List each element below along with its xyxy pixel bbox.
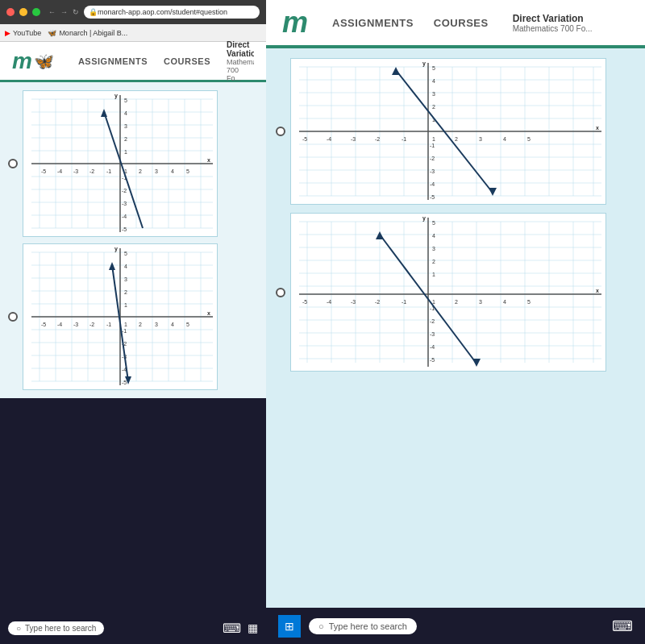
radio-option-2-right[interactable] [276, 288, 285, 297]
svg-text:-4: -4 [57, 322, 62, 327]
logo-right: m [282, 6, 308, 39]
radio-option-1-right[interactable] [276, 127, 285, 136]
svg-text:2: 2 [455, 136, 458, 142]
svg-text:-1: -1 [402, 299, 406, 305]
svg-text:4: 4 [503, 136, 506, 142]
search-icon-right: ○ [318, 621, 324, 631]
breadcrumb-title-left: Direct Variation [227, 40, 254, 58]
taskbar-left: ○ Type here to search ⌨ ▦ [0, 612, 266, 644]
url-bar[interactable]: 🔒 monarch-app.aop.com/student#question [84, 6, 260, 19]
browser-chrome-left: ← → ↻ 🔒 monarch-app.aop.com/student#ques… [0, 0, 266, 24]
svg-text:3: 3 [479, 299, 482, 305]
svg-text:y: y [114, 246, 118, 252]
youtube-icon: ▶ [5, 29, 10, 37]
svg-text:4: 4 [432, 233, 435, 239]
svg-text:-2: -2 [375, 136, 380, 142]
svg-text:3: 3 [124, 276, 127, 282]
courses-nav-left[interactable]: COURSES [164, 56, 210, 66]
svg-text:-2: -2 [430, 156, 435, 161]
svg-text:1: 1 [432, 136, 435, 142]
monarch-icon: 🦋 [48, 29, 56, 37]
maximize-btn[interactable] [32, 8, 40, 16]
svg-text:1: 1 [124, 149, 127, 155]
svg-text:5: 5 [124, 251, 127, 256]
bookmark-monarch-label: Monarch | Abigail B... [59, 29, 127, 37]
radio-option-1-left[interactable] [8, 159, 18, 168]
bookmark-youtube[interactable]: ▶ YouTube [5, 29, 41, 37]
svg-text:-5: -5 [430, 194, 435, 200]
svg-text:-1: -1 [122, 328, 127, 334]
graphs-container-left: -5 -4 -3 -2 -1 1 2 3 4 5 5 4 3 2 1 -1 [0, 82, 266, 398]
svg-text:-4: -4 [327, 136, 331, 142]
svg-text:2: 2 [455, 299, 458, 305]
graph-row-2-left: -5 -4 -3 -2 -1 1 2 3 4 5 5 4 3 2 1 -1 [8, 243, 258, 390]
svg-marker-47 [101, 109, 107, 117]
windows-start-button[interactable]: ⊞ [278, 615, 301, 638]
svg-text:-3: -3 [122, 201, 127, 206]
svg-text:5: 5 [527, 299, 531, 305]
svg-text:y: y [114, 93, 118, 99]
svg-text:-4: -4 [430, 344, 435, 350]
taskbar-search-left[interactable]: ○ Type here to search [8, 621, 104, 635]
svg-marker-198 [376, 231, 384, 239]
svg-text:3: 3 [432, 246, 435, 251]
svg-text:-1: -1 [106, 168, 111, 174]
bookmark-youtube-label: YouTube [13, 29, 41, 37]
taskbar-search-label-left: Type here to search [25, 624, 96, 633]
nav-left: ASSIGNMENTS COURSES [78, 56, 210, 66]
svg-text:-2: -2 [375, 299, 380, 305]
courses-nav-right[interactable]: COURSES [434, 17, 489, 29]
taskbar-icon-left: ▦ [248, 621, 258, 634]
breadcrumb-subtitle-left: Mathematics 700 Fo... [227, 58, 254, 82]
svg-text:2: 2 [432, 259, 435, 264]
svg-text:5: 5 [432, 220, 435, 226]
svg-text:-1: -1 [106, 322, 111, 327]
svg-text:x: x [207, 157, 210, 163]
left-panel: ← → ↻ 🔒 monarch-app.aop.com/student#ques… [0, 0, 266, 644]
assignments-nav-right[interactable]: ASSIGNMENTS [332, 17, 414, 29]
svg-text:-4: -4 [57, 168, 62, 174]
back-btn[interactable]: ← [48, 8, 56, 16]
graph-2-left: -5 -4 -3 -2 -1 1 2 3 4 5 5 4 3 2 1 -1 [23, 243, 218, 390]
taskbar-right: ⊞ ○ Type here to search ⌨ [266, 608, 645, 644]
logo-left: m [12, 48, 32, 74]
header-right: m ASSIGNMENTS COURSES Direct Variation M… [266, 0, 645, 48]
graph-svg-1-left: -5 -4 -3 -2 -1 1 2 3 4 5 5 4 3 2 1 -1 [23, 91, 217, 236]
svg-text:5: 5 [186, 322, 189, 327]
svg-marker-199 [472, 359, 481, 367]
taskbar-search-right[interactable]: ○ Type here to search [309, 618, 417, 634]
svg-text:-2: -2 [122, 188, 127, 193]
reload-btn[interactable]: ↻ [73, 8, 79, 16]
svg-text:-5: -5 [430, 357, 435, 363]
svg-text:2: 2 [124, 289, 127, 295]
svg-text:-3: -3 [351, 136, 356, 142]
svg-text:1: 1 [124, 322, 127, 327]
graph-svg-2-right: -5 -4 -3 -2 -1 1 2 3 4 5 5 4 3 2 1 -1 [291, 214, 605, 371]
svg-text:3: 3 [479, 136, 482, 142]
svg-marker-146 [392, 67, 400, 75]
svg-text:-5: -5 [122, 380, 127, 385]
radio-option-2-left[interactable] [8, 312, 18, 322]
svg-text:-4: -4 [430, 181, 435, 187]
svg-text:-2: -2 [89, 168, 94, 174]
butterfly-icon: 🦋 [34, 52, 54, 71]
svg-text:-3: -3 [430, 168, 435, 174]
svg-text:2: 2 [432, 104, 435, 110]
bookmark-monarch[interactable]: 🦋 Monarch | Abigail B... [48, 29, 127, 37]
svg-text:-3: -3 [430, 331, 435, 337]
svg-text:-4: -4 [122, 214, 127, 219]
breadcrumb-title-right: Direct Variation [513, 13, 593, 24]
svg-text:x: x [596, 125, 599, 131]
svg-text:y: y [422, 60, 426, 67]
assignments-nav-left[interactable]: ASSIGNMENTS [78, 56, 148, 66]
svg-text:-3: -3 [73, 322, 78, 327]
graph-1-right: -5 -4 -3 -2 -1 1 2 3 4 5 5 4 3 2 1 -1 [290, 58, 606, 205]
close-btn[interactable] [6, 8, 15, 16]
forward-btn[interactable]: → [60, 8, 68, 16]
minimize-btn[interactable] [19, 8, 27, 16]
logo-area-right: m [282, 6, 308, 39]
svg-text:-5: -5 [41, 322, 46, 327]
url-text: monarch-app.aop.com/student#question [98, 8, 227, 16]
lock-icon: 🔒 [89, 8, 98, 16]
svg-text:-5: -5 [41, 168, 46, 174]
